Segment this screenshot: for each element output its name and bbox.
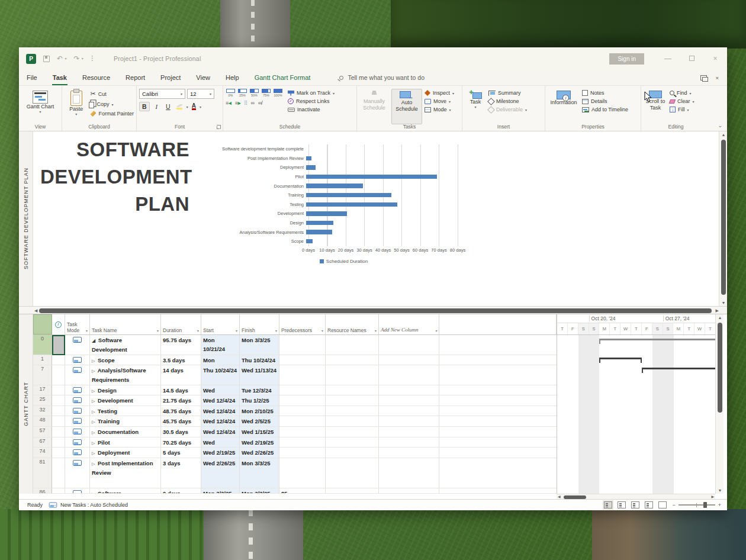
resource-names-cell[interactable] <box>326 406 379 416</box>
gantt-vertical-scrollbar[interactable]: ▲ ▼ <box>715 314 724 494</box>
notes-button[interactable]: Notes <box>582 90 628 96</box>
add-new-column-cell[interactable] <box>379 416 439 427</box>
info-cell[interactable] <box>52 437 65 448</box>
task-name-cell[interactable]: ▷ Training <box>90 416 161 427</box>
expand-triangle-icon[interactable]: ▷ <box>92 389 95 393</box>
finish-cell[interactable]: Thu 1/2/25 <box>240 395 279 406</box>
expand-triangle-icon[interactable]: ▷ <box>92 451 95 455</box>
add-new-column-cell[interactable] <box>379 385 439 395</box>
insert-summary-button[interactable]: Summary <box>488 90 527 96</box>
paste-button[interactable]: Paste▾ <box>65 89 88 124</box>
start-cell[interactable]: Mon 3/3/25 <box>201 488 240 494</box>
task-mode-cell[interactable] <box>65 395 90 406</box>
font-size-combo[interactable]: 12▾ <box>187 89 214 99</box>
indent-task-icon[interactable]: ≡▸ <box>235 100 241 106</box>
finish-cell[interactable]: Wed 2/5/25 <box>240 416 279 427</box>
add-new-column-cell[interactable] <box>379 395 439 406</box>
task-mode-cell[interactable] <box>65 437 90 448</box>
new-tasks-mode-button[interactable]: New Tasks : Auto Scheduled <box>49 502 128 508</box>
add-new-column-cell[interactable] <box>379 458 439 488</box>
column-header-predecessors[interactable]: Predecessors▾ <box>279 314 326 334</box>
duration-cell[interactable]: 95.75 days <box>161 335 201 355</box>
insert-task-button[interactable]: Task▾ <box>465 89 486 124</box>
row-number[interactable]: 0 <box>33 335 52 355</box>
row-number[interactable]: 57 <box>33 427 52 437</box>
collapse-ribbon-icon[interactable]: ⌄ <box>718 123 722 128</box>
row-number[interactable]: 74 <box>33 448 52 458</box>
resource-names-cell[interactable] <box>326 335 379 355</box>
resource-names-cell[interactable] <box>326 448 379 458</box>
auto-schedule-button[interactable]: Auto Schedule <box>391 89 422 124</box>
unlink-tasks-icon[interactable]: ∞̸ <box>258 100 262 106</box>
cut-button[interactable]: ✂Cut <box>90 90 134 98</box>
row-number[interactable]: 7 <box>33 365 52 385</box>
tab-task[interactable]: Task <box>45 70 75 85</box>
row-number[interactable]: 81 <box>33 458 52 488</box>
duration-cell[interactable]: 5 days <box>161 448 201 458</box>
task-name-cell[interactable]: ▷ Post Implementation Review <box>90 458 161 488</box>
duration-cell[interactable]: 14.5 days <box>161 385 201 395</box>
zoom-in-icon[interactable]: + <box>718 502 721 508</box>
clear-button[interactable]: Clear▾ <box>670 98 694 104</box>
add-to-timeline-button[interactable]: Add to Timeline <box>582 107 628 112</box>
ribbon-close-icon[interactable]: × <box>715 75 719 81</box>
add-new-column-cell[interactable] <box>379 355 439 365</box>
predecessors-cell[interactable] <box>279 416 326 427</box>
row-number[interactable]: 67 <box>33 437 52 448</box>
gantt-view-icon[interactable] <box>604 501 612 508</box>
duration-cell[interactable]: 14 days <box>161 365 201 385</box>
underline-button[interactable]: U <box>163 102 173 111</box>
duration-cell[interactable]: 0 days <box>161 488 201 494</box>
collapse-triangle-icon[interactable]: ◢ <box>92 338 95 343</box>
timeline-horizontal-scrollbar[interactable]: ◀ ▶ <box>557 494 715 499</box>
row-number[interactable]: 48 <box>33 416 52 427</box>
duration-cell[interactable]: 48.75 days <box>161 406 201 416</box>
predecessors-cell[interactable] <box>279 355 326 365</box>
mark-on-track-button[interactable]: Mark on Track▾ <box>288 90 335 96</box>
details-button[interactable]: Details <box>582 98 628 104</box>
gantt-pane-side-strip[interactable]: GANTT CHART <box>19 314 33 494</box>
split-task-icon[interactable]: ⁞⁞ <box>245 100 247 106</box>
insert-deliverable-button[interactable]: Deliverable▾ <box>488 107 527 112</box>
save-icon[interactable] <box>43 56 50 62</box>
gantt-chart-view-button[interactable]: Gantt Chart▾ <box>25 89 56 124</box>
mode-button[interactable]: Mode▾ <box>425 107 454 112</box>
info-cell[interactable] <box>52 416 65 427</box>
column-header-finish[interactable]: Finish▾ <box>240 314 279 334</box>
info-cell[interactable] <box>52 427 65 437</box>
task-name-cell[interactable]: ▷ Design <box>90 385 161 395</box>
task-name-cell[interactable]: ▷ Analysis/Software Requirements <box>90 365 161 385</box>
add-new-column-cell[interactable] <box>379 448 439 458</box>
task-name-cell[interactable]: ▷ Software <box>90 488 161 494</box>
predecessors-cell[interactable] <box>279 335 326 355</box>
duration-cell[interactable]: 3.5 days <box>161 355 201 365</box>
task-mode-cell[interactable] <box>65 385 90 395</box>
tab-resource[interactable]: Resource <box>75 70 118 85</box>
inspect-button[interactable]: Inspect▾ <box>425 90 454 96</box>
tab-project[interactable]: Project <box>153 70 188 85</box>
start-cell[interactable]: Mon 10/21/24 <box>201 355 240 365</box>
manually-schedule-button[interactable]: Manually Schedule <box>359 89 389 124</box>
fill-button[interactable]: ↓Fill▾ <box>670 107 694 112</box>
predecessors-cell[interactable] <box>279 385 326 395</box>
resource-names-cell[interactable] <box>326 437 379 448</box>
finish-cell[interactable]: Wed 11/13/24 <box>240 365 279 385</box>
respect-links-button[interactable]: ✓Respect Links <box>288 98 335 104</box>
task-mode-cell[interactable] <box>65 335 90 355</box>
start-cell[interactable]: Wed 2/19/25 <box>201 448 240 458</box>
predecessors-cell[interactable]: 85 <box>279 488 326 494</box>
info-cell[interactable] <box>52 355 65 365</box>
move-button[interactable]: Move▾ <box>425 98 454 104</box>
resource-names-cell[interactable] <box>326 385 379 395</box>
customize-qat-icon[interactable]: ᎒ <box>91 55 94 62</box>
duration-cell[interactable]: 70.25 days <box>161 437 201 448</box>
tab-view[interactable]: View <box>188 70 218 85</box>
tab-gantt-chart-format[interactable]: Gantt Chart Format <box>247 70 319 85</box>
start-cell[interactable]: Wed 12/4/24 <box>201 416 240 427</box>
tell-me-search[interactable]: Tell me what you want to do <box>339 74 425 81</box>
duration-cell[interactable]: 3 days <box>161 458 201 488</box>
task-name-cell[interactable]: ▷ Testing <box>90 406 161 416</box>
start-cell[interactable]: Wed 11/13/24 <box>201 437 240 448</box>
highlight-color-icon[interactable] <box>176 104 183 110</box>
task-name-cell[interactable]: ▷ Development <box>90 395 161 406</box>
